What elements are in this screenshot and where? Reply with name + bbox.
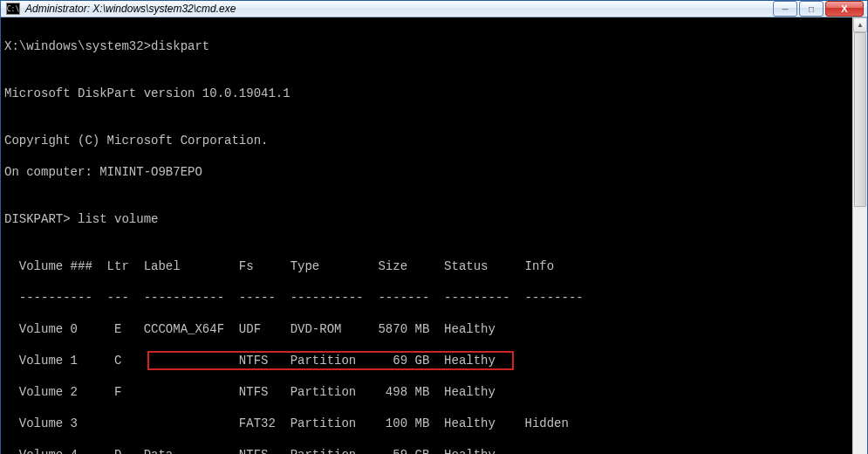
scroll-up-button[interactable]: ▲ [853,17,867,32]
window-buttons: ─ □ X [773,1,867,17]
titlebar[interactable]: C:\ Administrator: X:\windows\system32\c… [1,1,867,17]
close-icon: X [841,3,847,14]
diskpart-prompt: DISKPART> [4,212,78,226]
scrollbar-thumb[interactable] [854,32,866,207]
prompt: X:\windows\system32> [4,39,151,53]
cmd-list-volume: list volume [78,212,158,226]
vertical-scrollbar[interactable]: ▲ ▼ [852,17,867,454]
volume-table-header: Volume ### Ltr Label Fs Type Size Status… [4,258,849,274]
console-output[interactable]: X:\windows\system32>diskpart Microsoft D… [1,17,852,454]
minimize-icon: ─ [782,4,788,14]
close-button[interactable]: X [825,1,864,17]
scrollbar-track[interactable] [853,32,867,454]
volume-row: Volume 3 FAT32 Partition 100 MB Healthy … [4,416,849,431]
window-title: Administrator: X:\windows\system32\cmd.e… [25,3,236,15]
minimize-button[interactable]: ─ [773,1,797,17]
console-area: X:\windows\system32>diskpart Microsoft D… [1,17,867,454]
volume-row: Volume 4 D Data NTFS Partition 59 GB Hea… [4,447,849,454]
prompt-line: X:\windows\system32>diskpart [4,38,849,54]
cmd-diskpart: diskpart [151,39,209,53]
cmd-app-icon: C:\ [6,3,20,15]
diskpart-prompt-line: DISKPART> list volume [4,211,849,227]
diskpart-copyright: Copyright (C) Microsoft Corporation. [4,133,849,148]
volume-row: Volume 1 C NTFS Partition 69 GB Healthy [4,353,849,368]
volume-table-divider: ---------- --- ----------- ----- -------… [4,290,849,306]
volume-row: Volume 2 F NTFS Partition 498 MB Healthy [4,384,849,400]
diskpart-version: Microsoft DiskPart version 10.0.19041.1 [4,86,849,101]
chevron-up-icon: ▲ [857,21,864,29]
cmd-window: C:\ Administrator: X:\windows\system32\c… [0,0,868,454]
maximize-icon: □ [809,4,814,14]
volume-row: Volume 0 E CCCOMA_X64F UDF DVD-ROM 5870 … [4,321,849,337]
maximize-button[interactable]: □ [799,1,824,17]
diskpart-computer: On computer: MININT-O9B7EPO [4,164,849,180]
